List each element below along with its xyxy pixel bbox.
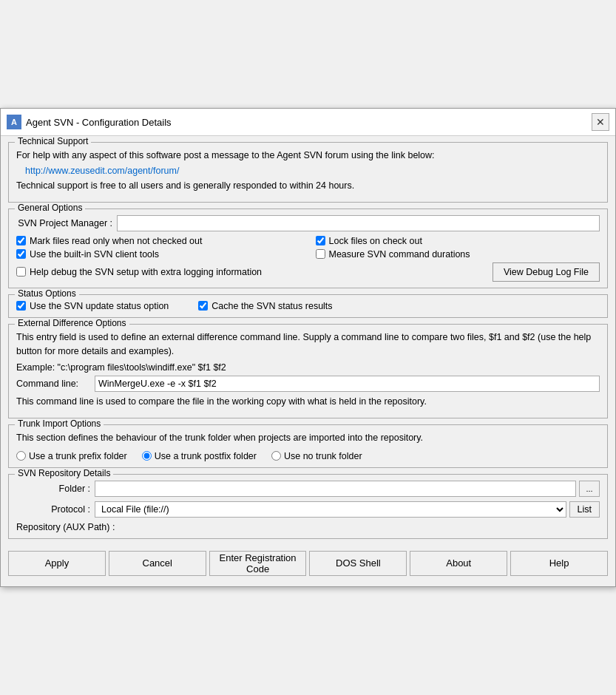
- registration-button[interactable]: Enter Registration Code: [209, 551, 307, 576]
- radio-prefix[interactable]: Use a trunk prefix folder: [16, 451, 127, 461]
- checkbox-measure-duration-label: Measure SVN command durations: [329, 249, 470, 260]
- checkbox-debug[interactable]: Help debug the SVN setup with extra logg…: [16, 267, 262, 277]
- trunk-import-desc: This section defines the behaviour of th…: [16, 431, 600, 445]
- debug-row: Help debug the SVN setup with extra logg…: [16, 262, 600, 282]
- external-diff-content: This entry field is used to define an ex…: [16, 330, 600, 409]
- general-options-label: General Options: [15, 203, 85, 213]
- view-debug-log-button[interactable]: View Debug Log File: [493, 262, 600, 282]
- tech-support-line1: For help with any aspect of this softwar…: [16, 149, 600, 163]
- radio-prefix-input[interactable]: [16, 451, 26, 461]
- example-value: "c:\program files\tools\windiff.exe" $f1…: [58, 362, 226, 373]
- radio-postfix-input[interactable]: [142, 451, 152, 461]
- status-options-content: Use the SVN update status option Cache t…: [16, 301, 600, 311]
- radio-prefix-label: Use a trunk prefix folder: [29, 451, 127, 461]
- external-diff-desc: This entry field is used to define an ex…: [16, 330, 600, 359]
- checkbox-debug-label: Help debug the SVN setup with extra logg…: [30, 267, 262, 277]
- radio-postfix[interactable]: Use a trunk postfix folder: [142, 451, 257, 461]
- command-line-row: Command line:: [16, 376, 600, 392]
- example-label: Example:: [16, 362, 55, 373]
- radio-postfix-label: Use a trunk postfix folder: [155, 451, 257, 461]
- folder-label: Folder :: [16, 484, 90, 494]
- checkbox-mark-readonly-label: Mark files read only when not checked ou…: [30, 236, 202, 246]
- window-title: Agent SVN - Configuration Details: [26, 117, 172, 128]
- checkbox-lock-files-input[interactable]: [316, 236, 325, 245]
- browse-button[interactable]: ...: [579, 481, 600, 497]
- checkbox-cache-status-input[interactable]: [198, 301, 208, 311]
- external-diff-label: External Difference Options: [15, 318, 129, 328]
- aux-path-label: Repository (AUX Path) :: [16, 522, 115, 532]
- app-icon: A: [7, 115, 21, 129]
- svn-repository-group: SVN Repository Details Folder : ... Prot…: [8, 474, 608, 539]
- radio-no-trunk[interactable]: Use no trunk folder: [271, 451, 362, 461]
- trunk-radio-group: Use a trunk prefix folder Use a trunk po…: [16, 451, 600, 461]
- checkbox-measure-duration[interactable]: Measure SVN command durations: [316, 249, 600, 260]
- checkbox-builtin-svn-input[interactable]: [16, 249, 26, 259]
- checkbox-measure-duration-input[interactable]: [316, 249, 325, 259]
- command-line-input[interactable]: [95, 376, 600, 392]
- main-window: A Agent SVN - Configuration Details ✕ Te…: [0, 108, 616, 587]
- checkbox-lock-files-label: Lock files on check out: [329, 236, 422, 246]
- protocol-label: Protocol :: [16, 504, 90, 515]
- checkbox-mark-readonly[interactable]: Mark files read only when not checked ou…: [16, 236, 301, 246]
- cancel-button[interactable]: Cancel: [109, 551, 206, 576]
- title-bar-left: A Agent SVN - Configuration Details: [7, 115, 172, 129]
- tech-support-line2: Technical support is free to all users a…: [16, 179, 600, 193]
- general-options-content: SVN Project Manager : Mark files read on…: [16, 215, 600, 282]
- project-manager-label: SVN Project Manager :: [16, 218, 112, 228]
- footer-buttons: Apply Cancel Enter Registration Code DOS…: [8, 545, 608, 579]
- svn-repository-label: SVN Repository Details: [15, 468, 113, 478]
- checkbox-builtin-svn-label: Use the built-in SVN client tools: [30, 249, 159, 260]
- checkbox-svn-update-status[interactable]: Use the SVN update status option: [16, 301, 169, 311]
- title-bar: A Agent SVN - Configuration Details ✕: [1, 109, 615, 136]
- command-label: Command line:: [16, 379, 90, 389]
- external-diff-group: External Difference Options This entry f…: [8, 324, 608, 418]
- forum-link[interactable]: http://www.zeusedit.com/agent/forum/: [25, 166, 600, 176]
- checkbox-cache-status-label: Cache the SVN status results: [211, 301, 332, 311]
- dialog-content: Technical Support For help with any aspe…: [1, 136, 615, 586]
- radio-no-trunk-label: Use no trunk folder: [284, 451, 362, 461]
- trunk-import-content: This section defines the behaviour of th…: [16, 431, 600, 461]
- trunk-import-label: Trunk Import Options: [15, 418, 104, 429]
- project-manager-row: SVN Project Manager :: [16, 215, 600, 231]
- checkbox-svn-update-status-label: Use the SVN update status option: [30, 301, 169, 311]
- folder-input[interactable]: [95, 481, 576, 497]
- status-options-label: Status Options: [15, 288, 79, 299]
- checkboxes-grid: Mark files read only when not checked ou…: [16, 236, 600, 260]
- apply-button[interactable]: Apply: [8, 551, 106, 576]
- protocol-row: Protocol : Local File (file://) SVN (svn…: [16, 501, 600, 518]
- trunk-import-group: Trunk Import Options This section define…: [8, 424, 608, 468]
- technical-support-group: Technical Support For help with any aspe…: [8, 142, 608, 203]
- svn-repository-content: Folder : ... Protocol : Local File (file…: [16, 481, 600, 532]
- status-checkboxes: Use the SVN update status option Cache t…: [16, 301, 600, 311]
- checkbox-cache-status[interactable]: Cache the SVN status results: [198, 301, 332, 311]
- tech-support-content: For help with any aspect of this softwar…: [16, 149, 600, 193]
- folder-row: Folder : ...: [16, 481, 600, 497]
- radio-no-trunk-input[interactable]: [271, 451, 281, 461]
- general-options-group: General Options SVN Project Manager : Ma…: [8, 208, 608, 288]
- about-button[interactable]: About: [410, 551, 507, 576]
- checkbox-mark-readonly-input[interactable]: [16, 236, 26, 245]
- status-options-group: Status Options Use the SVN update status…: [8, 294, 608, 318]
- project-manager-input[interactable]: [117, 215, 600, 231]
- dos-shell-button[interactable]: DOS Shell: [309, 551, 407, 576]
- example-row: Example: "c:\program files\tools\windiff…: [16, 362, 600, 373]
- help-button[interactable]: Help: [510, 551, 608, 576]
- close-button[interactable]: ✕: [592, 113, 609, 131]
- aux-path-row: Repository (AUX Path) :: [16, 522, 600, 532]
- checkbox-svn-update-status-input[interactable]: [16, 301, 26, 311]
- list-button[interactable]: List: [569, 501, 600, 518]
- checkbox-debug-input[interactable]: [16, 267, 26, 277]
- external-diff-note: This command line is used to compare the…: [16, 395, 600, 409]
- checkbox-lock-files[interactable]: Lock files on check out: [316, 236, 600, 246]
- protocol-select[interactable]: Local File (file://) SVN (svn://) SVN+SS…: [95, 501, 566, 518]
- tech-support-label: Technical Support: [15, 136, 91, 146]
- checkbox-builtin-svn[interactable]: Use the built-in SVN client tools: [16, 249, 301, 260]
